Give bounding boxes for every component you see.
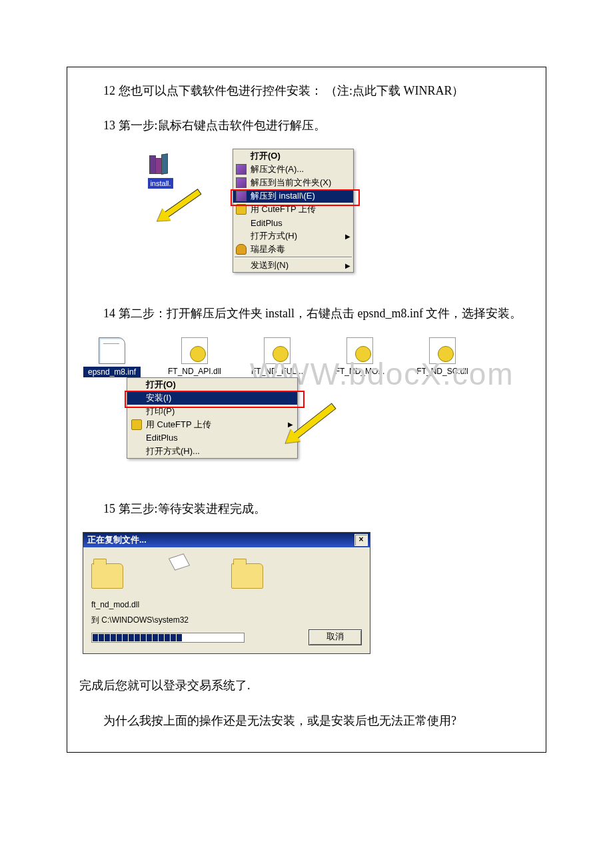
copy-animation: [91, 555, 362, 595]
menu-cuteftp-label: 用 CuteFTP 上传: [251, 203, 350, 215]
dialog-title: 正在复制文件...: [87, 534, 354, 546]
dll-file-icon: [429, 337, 456, 364]
rar-stack-icon: [236, 191, 247, 201]
cuteftp-icon: [131, 419, 142, 430]
menu-open-with-label: 打开方式(H)...: [146, 445, 293, 457]
yellow-arrow-icon: [293, 403, 336, 439]
file-name: FT_ND_SC.dll: [414, 367, 471, 376]
menu-separator: [235, 257, 352, 258]
rar-stack-icon: [236, 177, 247, 188]
menu-open-with-label: 打开方式(H): [251, 230, 345, 242]
menu-open-label: 打开(O): [146, 379, 293, 391]
figure-copy-dialog: 正在复制文件... × ft_nd_mod.dll 到 C:\WINDOWS\s…: [83, 532, 534, 655]
menu-cuteftp-label: 用 CuteFTP 上传: [146, 419, 287, 431]
menu-extract-to-install[interactable]: 解压到 install\(E): [233, 189, 353, 203]
close-button[interactable]: ×: [354, 534, 368, 546]
figure-context-menu-rar: install. 打开(O) 解压文件(A)... 解压到当前文件夹(X): [146, 149, 366, 282]
menu-editplus-label: EditPlus: [251, 218, 350, 228]
folder-icon: [91, 563, 123, 589]
rising-icon: [236, 244, 247, 255]
copy-dialog: 正在复制文件... × ft_nd_mod.dll 到 C:\WINDOWS\s…: [83, 532, 370, 655]
dll-file-icon: [346, 337, 373, 364]
rar-archive-icon[interactable]: install.: [146, 155, 175, 189]
folder-icon: [231, 563, 263, 589]
cuteftp-icon: [236, 204, 247, 215]
menu-open-2[interactable]: 打开(O): [127, 378, 297, 391]
winrar-icon: [149, 155, 172, 174]
paragraph-15: 15 第三步:等待安装进程完成。: [79, 497, 534, 520]
file-name: FT_ND_API.dll: [166, 367, 223, 376]
archive-filename: install.: [148, 178, 173, 189]
file-item-dll[interactable]: FT_ND_API.dll: [166, 337, 223, 377]
paper-icon: [169, 553, 190, 570]
menu-extract-here[interactable]: 解压到当前文件夹(X): [233, 176, 353, 189]
submenu-arrow-icon: ▶: [287, 421, 293, 428]
dll-file-icon: [264, 337, 291, 364]
copy-destination: 到 C:\WINDOWS\system32: [91, 615, 362, 626]
paragraph-why: 为什么我按上面的操作还是无法安装，或是安装后也无法正常使用?: [79, 709, 534, 732]
menu-extract-files-label: 解压文件(A)...: [251, 163, 350, 175]
progress-bar: [91, 633, 245, 643]
gear-icon: [438, 346, 454, 362]
cancel-button[interactable]: 取消: [308, 629, 362, 645]
paragraph-done: 完成后您就可以登录交易系统了.: [79, 674, 534, 697]
menu-rising[interactable]: 瑞星杀毒: [233, 243, 353, 256]
menu-editplus-label: EditPlus: [146, 433, 293, 443]
dll-file-icon: [181, 337, 208, 364]
menu-send-to-label: 发送到(N): [251, 259, 345, 271]
copy-filename: ft_nd_mod.dll: [91, 599, 362, 611]
submenu-arrow-icon: ▶: [345, 233, 350, 240]
file-item-dll[interactable]: FT_ND_FUL...: [249, 337, 306, 377]
menu-cuteftp-2[interactable]: 用 CuteFTP 上传 ▶: [127, 418, 297, 431]
document-body: 12 您也可以点下载软件包进行控件安装： （注:点此下载 WINRAR） 13 …: [67, 67, 546, 753]
menu-open-with[interactable]: 打开方式(H) ▶: [233, 229, 353, 243]
menu-editplus[interactable]: EditPlus: [233, 216, 353, 229]
menu-editplus-2[interactable]: EditPlus: [127, 431, 297, 445]
gear-icon: [355, 346, 371, 362]
file-item-dll[interactable]: FT_ND_MO...: [331, 337, 388, 377]
paragraph-14: 14 第二步：打开解压后文件夹 install，右键点击 epsnd_m8.in…: [79, 302, 534, 325]
file-name: FT_ND_MO...: [331, 367, 388, 376]
menu-extract-here-label: 解压到当前文件夹(X): [251, 177, 350, 189]
submenu-arrow-icon: ▶: [345, 262, 350, 269]
highlight-box: [125, 391, 305, 408]
file-name: FT_ND_FUL...: [249, 367, 306, 376]
gear-icon: [190, 346, 206, 362]
context-menu-1[interactable]: 打开(O) 解压文件(A)... 解压到当前文件夹(X) 解压到 install…: [233, 149, 354, 273]
file-item-inf[interactable]: epsnd_m8.inf: [83, 337, 141, 377]
menu-extract-install-label: 解压到 install\(E): [251, 190, 350, 202]
menu-send-to[interactable]: 发送到(N) ▶: [233, 259, 353, 272]
file-name: epsnd_m8.inf: [83, 367, 141, 377]
menu-open-label: 打开(O): [251, 150, 350, 162]
dialog-titlebar[interactable]: 正在复制文件... ×: [83, 533, 370, 547]
file-icons-row: epsnd_m8.inf FT_ND_API.dll FT_ND_FUL... …: [83, 337, 471, 377]
figure-context-menu-inf: epsnd_m8.inf FT_ND_API.dll FT_ND_FUL... …: [83, 337, 456, 477]
paragraph-12: 12 您也可以点下载软件包进行控件安装： （注:点此下载 WINRAR）: [79, 79, 534, 102]
menu-extract-files[interactable]: 解压文件(A)...: [233, 163, 353, 176]
menu-cuteftp[interactable]: 用 CuteFTP 上传: [233, 203, 353, 216]
gear-icon: [273, 346, 289, 362]
menu-open-with-2[interactable]: 打开方式(H)...: [127, 445, 297, 458]
file-item-dll[interactable]: FT_ND_SC.dll: [414, 337, 471, 377]
inf-file-icon: [99, 337, 125, 364]
context-menu-2[interactable]: 打开(O) 安装(I) 打印(P) 用 CuteFTP 上传 ▶: [127, 377, 298, 459]
menu-rising-label: 瑞星杀毒: [251, 243, 350, 255]
